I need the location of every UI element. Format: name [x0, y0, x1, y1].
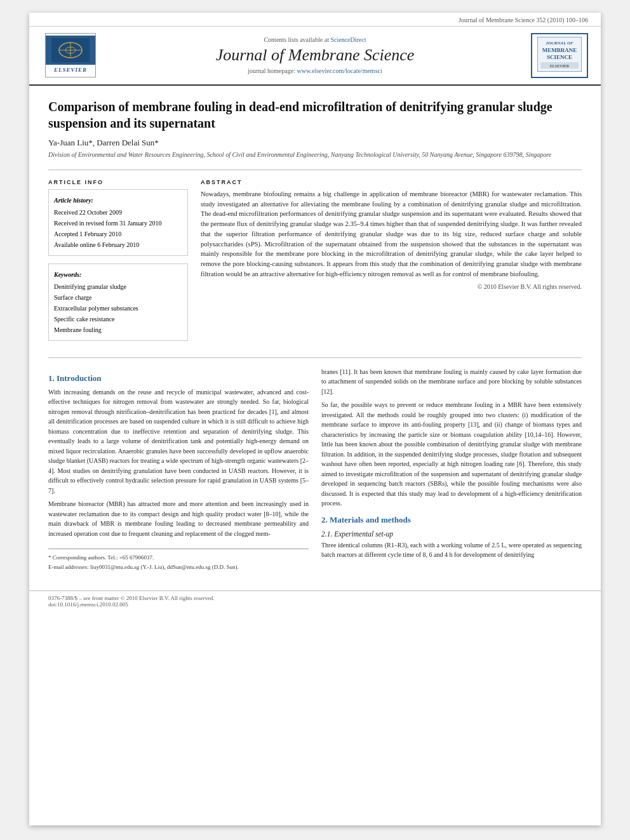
- experimental-text: Three identical columns (R1–R3), each wi…: [321, 540, 582, 560]
- svg-text:journal of: journal of: [545, 41, 573, 46]
- received-date: Received 22 October 2009: [54, 207, 182, 218]
- elsevier-logo-area: ELSEVIER: [42, 33, 99, 77]
- abstract-paragraph: Nowadays, membrane biofouling remains a …: [201, 189, 582, 279]
- sciencedirect-link[interactable]: ScienceDirect: [330, 36, 366, 43]
- abstract-label: ABSTRACT: [201, 179, 582, 185]
- page-footer: 0376-7388/$ – see front matter © 2010 El…: [29, 590, 601, 611]
- journal-reference-bar: Journal of Membrane Science 352 (2010) 1…: [29, 13, 601, 27]
- email-addresses: E-mail addresses: liuy0031@ntu.edu.sg (Y…: [48, 563, 309, 571]
- footer-doi: doi:10.1016/j.memsci.2010.02.005: [48, 601, 582, 608]
- journal-homepage-line: journal homepage: www.elsevier.com/locat…: [105, 67, 525, 74]
- abstract-body: Nowadays, membrane biofouling remains a …: [201, 189, 582, 279]
- paper-title: Comparison of membrane fouling in dead-e…: [48, 98, 582, 131]
- keyword-2: Surface charge: [54, 292, 182, 303]
- experimental-subheading: 2.1. Experimental set-up: [321, 530, 582, 538]
- body-right-text: branes [11]. It has been known that memb…: [321, 367, 582, 509]
- history-title: Article history:: [54, 195, 182, 206]
- body-right-col: branes [11]. It has been known that memb…: [321, 367, 582, 571]
- right-para-2: So far, the possible ways to prevent or …: [321, 400, 582, 509]
- accepted-date: Accepted 1 February 2010: [54, 229, 182, 239]
- abstract-col: ABSTRACT Nowadays, membrane biofouling r…: [201, 179, 582, 349]
- journal-name: Journal of Membrane Science: [105, 46, 525, 65]
- sciencedirect-notice: Contents lists available at ScienceDirec…: [105, 36, 525, 43]
- affiliation-text: Division of Environmental and Water Reso…: [48, 150, 582, 159]
- right-para-1: branes [11]. It has been known that memb…: [321, 367, 582, 397]
- elsevier-logo-top: [46, 36, 95, 65]
- keyword-3: Extracellular polymer substances: [54, 303, 182, 314]
- available-date: Available online 6 February 2010: [54, 239, 182, 250]
- intro-para-2: Membrane bioreactor (MBR) has attracted …: [48, 499, 309, 538]
- article-info-col: ARTICLE INFO Article history: Received 2…: [48, 179, 188, 349]
- footnote-area: * Corresponding authors. Tel.: +65 67906…: [48, 549, 309, 571]
- materials-heading: 2. Materials and methods: [321, 515, 582, 525]
- journal-page: Journal of Membrane Science 352 (2010) 1…: [29, 13, 601, 825]
- divider-1: [48, 170, 582, 170]
- copyright-notice: © 2010 Elsevier B.V. All rights reserved…: [201, 283, 582, 290]
- keywords-box: Keywords: Denitrifying granular sludge S…: [48, 263, 188, 341]
- footer-issn: 0376-7388/$ – see front matter © 2010 El…: [48, 595, 582, 601]
- journal-header: ELSEVIER Contents lists available at Sci…: [29, 27, 601, 86]
- homepage-url[interactable]: www.elsevier.com/locate/memsci: [297, 67, 382, 74]
- authors-text: Ya-Juan Liu*, Darren Delai Sun*: [48, 138, 159, 147]
- authors-line: Ya-Juan Liu*, Darren Delai Sun*: [48, 138, 582, 148]
- elsevier-logo: ELSEVIER: [45, 33, 96, 77]
- journal-logo-box: journal of MEMBRANE SCIENCE Elsevier: [531, 33, 588, 78]
- journal-logo-box-area: journal of MEMBRANE SCIENCE Elsevier: [531, 33, 588, 78]
- journal-title-area: Contents lists available at ScienceDirec…: [105, 36, 525, 74]
- body-left-col: 1. Introduction With increasing demands …: [48, 367, 309, 571]
- keyword-4: Specific cake resistance: [54, 314, 182, 324]
- article-history-box: Article history: Received 22 October 200…: [48, 189, 188, 256]
- article-info-label: ARTICLE INFO: [48, 179, 188, 185]
- svg-text:Elsevier: Elsevier: [550, 64, 570, 68]
- elsevier-wordmark: ELSEVIER: [54, 65, 87, 75]
- revised-date: Received in revised form 31 January 2010: [54, 218, 182, 229]
- divider-2: [48, 357, 582, 358]
- body-columns: 1. Introduction With increasing demands …: [48, 367, 582, 571]
- keyword-5: Membrane fouling: [54, 324, 182, 335]
- keyword-1: Denitrifying granular sludge: [54, 281, 182, 292]
- body-text-area: With increasing demands on the reuse and…: [48, 387, 309, 539]
- svg-text:MEMBRANE: MEMBRANE: [542, 47, 577, 53]
- info-abstract-row: ARTICLE INFO Article history: Received 2…: [48, 179, 582, 349]
- intro-heading: 1. Introduction: [48, 373, 309, 383]
- content-area: Comparison of membrane fouling in dead-e…: [29, 86, 601, 584]
- keywords-title: Keywords:: [54, 269, 182, 280]
- svg-text:SCIENCE: SCIENCE: [547, 54, 572, 60]
- corresponding-author: * Corresponding authors. Tel.: +65 67906…: [48, 553, 309, 562]
- journal-ref-text: Journal of Membrane Science 352 (2010) 1…: [459, 17, 588, 23]
- intro-para-1: With increasing demands on the reuse and…: [48, 387, 309, 496]
- experimental-para: Three identical columns (R1–R3), each wi…: [321, 540, 582, 560]
